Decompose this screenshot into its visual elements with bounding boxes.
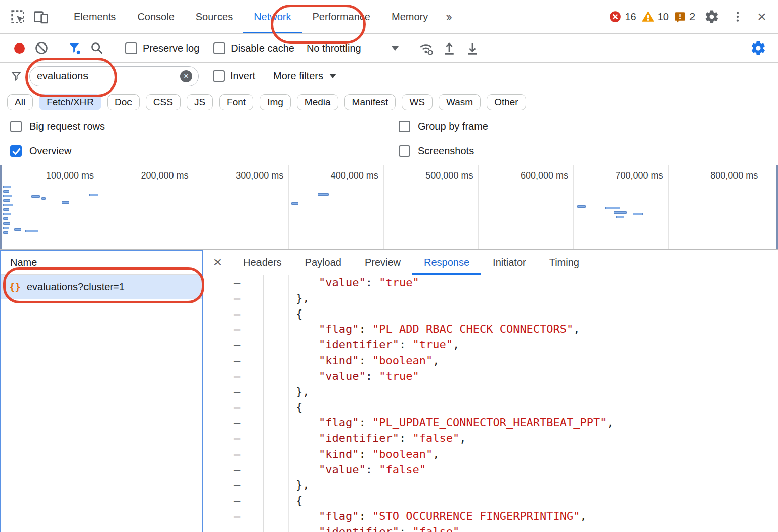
tab-console[interactable]: Console: [126, 0, 185, 33]
divider: [113, 39, 113, 57]
gutter-fold-marker[interactable]: –: [234, 400, 240, 415]
import-har-icon[interactable]: [438, 40, 461, 56]
chip-manifest[interactable]: Manifest: [344, 94, 396, 110]
network-activity-bar: [318, 193, 329, 196]
filter-input[interactable]: [36, 70, 180, 82]
gutter-fold-marker[interactable]: –: [234, 493, 240, 509]
warning-badge[interactable]: 10: [641, 10, 669, 23]
close-devtools-icon[interactable]: ×: [752, 8, 772, 25]
gutter-fold-marker[interactable]: –: [234, 431, 240, 447]
preserve-log-checkbox[interactable]: Preserve log: [125, 42, 199, 54]
code-line: –{: [203, 306, 778, 322]
checkbox-box: [213, 70, 225, 82]
gutter-fold-marker[interactable]: –: [234, 353, 240, 369]
code-line: –},: [203, 384, 778, 400]
settings-gear-icon[interactable]: [700, 9, 723, 24]
network-activity-bar: [3, 186, 11, 188]
invert-label: Invert: [230, 70, 255, 82]
search-icon[interactable]: [85, 41, 108, 55]
gutter-fold-marker[interactable]: –: [234, 275, 240, 291]
request-row[interactable]: {}evaluations?cluster=1: [1, 275, 202, 299]
tab-performance[interactable]: Performance: [302, 0, 381, 33]
overview-checkbox[interactable]: Overview: [10, 145, 71, 157]
overview-timeline[interactable]: 100,000 ms200,000 ms300,000 ms400,000 ms…: [0, 165, 778, 250]
checkbox-box: [10, 121, 22, 132]
gutter-fold-marker[interactable]: –: [234, 337, 240, 353]
chip-ws[interactable]: WS: [402, 94, 433, 110]
detail-tab-preview[interactable]: Preview: [353, 250, 412, 275]
gutter-fold-marker[interactable]: –: [234, 477, 240, 493]
chip-media[interactable]: Media: [297, 94, 338, 110]
gutter-fold-marker[interactable]: –: [234, 384, 240, 400]
detail-tab-initiator[interactable]: Initiator: [481, 250, 538, 275]
tab-sources[interactable]: Sources: [185, 0, 243, 33]
network-conditions-icon[interactable]: [414, 40, 438, 56]
network-activity-bar: [41, 197, 46, 200]
response-code[interactable]: –"value": "true"–},–{–"flag": "PL_ADD_RB…: [203, 275, 778, 532]
chip-font[interactable]: Font: [219, 94, 253, 110]
chip-img[interactable]: Img: [260, 94, 291, 110]
panel-settings-gear-icon[interactable]: [747, 40, 770, 56]
export-har-icon[interactable]: [461, 40, 484, 56]
code-line-content: "kind": "boolean",: [319, 353, 439, 369]
chip-doc[interactable]: Doc: [107, 94, 140, 110]
funnel-filter-icon[interactable]: [63, 41, 85, 55]
gutter-fold-marker[interactable]: –: [234, 524, 240, 532]
checkbox-box: [399, 145, 410, 157]
json-braces-icon: {}: [9, 281, 21, 292]
code-line: –},: [203, 291, 778, 306]
detail-tab-payload[interactable]: Payload: [293, 250, 353, 275]
more-filters-button[interactable]: More filters: [273, 70, 336, 82]
clear-block-icon[interactable]: [30, 41, 53, 55]
caret-down-icon: [392, 46, 399, 51]
divider: [58, 39, 58, 57]
tab-elements[interactable]: Elements: [63, 0, 126, 33]
disable-cache-checkbox[interactable]: Disable cache: [213, 42, 294, 54]
issues-badge[interactable]: 2: [674, 11, 695, 23]
record-icon[interactable]: [8, 43, 30, 54]
tab-network[interactable]: Network: [243, 0, 301, 33]
timeline-tick-label: 300,000 ms: [191, 170, 283, 181]
gutter-fold-marker[interactable]: –: [234, 509, 240, 524]
detail-tab-headers[interactable]: Headers: [232, 250, 293, 275]
error-badge[interactable]: 16: [609, 10, 636, 23]
gutter-fold-marker[interactable]: –: [234, 291, 240, 306]
invert-checkbox[interactable]: Invert: [213, 70, 255, 82]
checkbox-box-checked: [10, 145, 22, 157]
chip-other[interactable]: Other: [487, 94, 526, 110]
name-column-header[interactable]: Name: [1, 251, 202, 275]
gutter-fold-marker[interactable]: –: [234, 322, 240, 337]
chip-fetch-xhr[interactable]: Fetch/XHR: [39, 94, 101, 110]
throttling-select[interactable]: No throttling: [307, 42, 399, 54]
gutter-fold-marker[interactable]: –: [234, 415, 240, 431]
detail-tab-response[interactable]: Response: [412, 250, 481, 275]
detail-tab-timing[interactable]: Timing: [538, 250, 591, 275]
gutter-fold-marker[interactable]: –: [234, 369, 240, 384]
chip-js[interactable]: JS: [187, 94, 213, 110]
filter-bar: × Invert More filters: [0, 63, 778, 90]
kebab-menu-icon[interactable]: [728, 10, 747, 23]
network-options: Big request rows Group by frame Overview…: [0, 114, 778, 165]
gutter-fold-marker[interactable]: –: [234, 306, 240, 322]
code-line: –"value": "true": [203, 369, 778, 384]
clear-filter-icon[interactable]: ×: [180, 70, 192, 82]
code-line-content: },: [296, 291, 310, 306]
group-by-frame-checkbox[interactable]: Group by frame: [399, 121, 488, 132]
chip-css[interactable]: CSS: [146, 94, 181, 110]
timeline-tick-label: 700,000 ms: [571, 170, 663, 181]
inspect-cursor-icon[interactable]: [6, 9, 29, 25]
network-activity-bar: [25, 230, 38, 232]
code-line-content: },: [296, 384, 310, 400]
overview-right-handle[interactable]: [776, 165, 778, 249]
gutter-fold-marker[interactable]: –: [234, 462, 240, 478]
tab-memory[interactable]: Memory: [381, 0, 439, 33]
status-badges: 16 10 2: [609, 8, 772, 25]
chip-all[interactable]: All: [7, 94, 33, 110]
gutter-fold-marker[interactable]: –: [234, 447, 240, 462]
screenshots-checkbox[interactable]: Screenshots: [399, 145, 474, 157]
close-detail-icon[interactable]: ×: [203, 254, 232, 271]
device-toolbar-icon[interactable]: [29, 9, 53, 25]
chip-wasm[interactable]: Wasm: [439, 94, 481, 110]
double-chevron-icon[interactable]: ››: [446, 10, 450, 24]
big-request-rows-checkbox[interactable]: Big request rows: [10, 121, 105, 132]
